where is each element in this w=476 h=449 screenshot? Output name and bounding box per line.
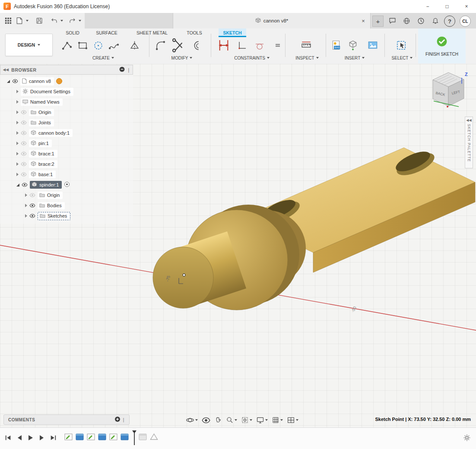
pan-icon[interactable] bbox=[214, 416, 222, 424]
browser-item-origin[interactable]: Origin bbox=[0, 107, 54, 117]
constraints-group-label[interactable]: CONSTRAINTS bbox=[228, 54, 276, 61]
timeline-extrude-feature[interactable] bbox=[98, 433, 107, 441]
job-status-clock-icon[interactable] bbox=[416, 16, 426, 25]
tab-sheet-metal[interactable]: SHEET METAL bbox=[132, 28, 172, 37]
collapse-browser-icon[interactable]: ◀◀ bbox=[3, 68, 9, 72]
browser-item-cannon-body[interactable]: cannon body:1 bbox=[0, 128, 73, 138]
expand-palette-icon[interactable]: ◀◀ bbox=[466, 119, 471, 122]
timeline-step-forward-button[interactable] bbox=[37, 433, 47, 443]
add-comment-icon[interactable] bbox=[114, 416, 121, 423]
browser-item-brace1[interactable]: brace:1 bbox=[0, 149, 57, 159]
hide-display-bar-icon[interactable] bbox=[119, 66, 125, 73]
redo-caret-icon[interactable] bbox=[79, 20, 81, 22]
timeline-settings-gear-icon[interactable] bbox=[462, 433, 472, 443]
insert-svg-icon[interactable]: SVG bbox=[330, 39, 343, 52]
expand-arrow-icon[interactable] bbox=[16, 162, 19, 166]
sketch-point[interactable] bbox=[183, 274, 185, 276]
expand-arrow-icon[interactable] bbox=[16, 173, 19, 176]
sketch-palette-tab[interactable]: ◀◀ SKETCH PALETTE bbox=[465, 117, 473, 168]
mirror-tool-icon[interactable] bbox=[128, 39, 141, 52]
document-status-badge[interactable] bbox=[56, 78, 62, 84]
browser-item-named-views[interactable]: Named Views bbox=[0, 97, 63, 107]
tab-sketch[interactable]: SKETCH bbox=[219, 28, 246, 37]
display-caret-icon[interactable] bbox=[265, 419, 268, 421]
zoom-caret-icon[interactable] bbox=[235, 419, 237, 421]
select-window-icon[interactable] bbox=[395, 39, 408, 52]
expand-arrow-icon[interactable] bbox=[25, 214, 27, 218]
timeline-rolled-back-feature[interactable] bbox=[138, 433, 147, 441]
orbit-icon[interactable] bbox=[186, 416, 198, 424]
activate-component-radio[interactable] bbox=[64, 181, 70, 188]
offset-tool-icon[interactable] bbox=[190, 39, 203, 52]
eye-hidden-icon[interactable] bbox=[29, 193, 35, 197]
timeline-sketch-feature[interactable] bbox=[64, 433, 73, 441]
browser-item-root[interactable]: cannon v8 bbox=[0, 76, 62, 86]
inspect-group-label[interactable]: INSPECT bbox=[289, 54, 326, 61]
timeline-play-button[interactable] bbox=[26, 433, 35, 443]
modify-group-label[interactable]: MODIFY bbox=[163, 54, 200, 61]
comments-grip[interactable]: ∣ bbox=[123, 417, 125, 422]
tab-solid[interactable]: SOLID bbox=[63, 28, 82, 37]
eye-hidden-icon[interactable] bbox=[21, 152, 27, 156]
browser-item-brace2[interactable]: brace:2 bbox=[0, 159, 57, 169]
browser-item-spinder[interactable]: spinder:1 bbox=[0, 180, 70, 190]
zoom-icon[interactable] bbox=[226, 416, 237, 424]
circle-tool-icon[interactable] bbox=[92, 39, 105, 52]
insert-group-label[interactable]: INSERT bbox=[336, 54, 373, 61]
timeline-position-marker[interactable] bbox=[132, 430, 136, 445]
account-avatar[interactable]: CL bbox=[460, 16, 471, 27]
display-settings-icon[interactable] bbox=[256, 417, 268, 424]
grid-caret-icon[interactable] bbox=[280, 419, 283, 421]
expand-arrow-icon[interactable] bbox=[16, 121, 19, 124]
document-tab-close-icon[interactable]: × bbox=[359, 16, 368, 25]
expand-arrow-icon[interactable] bbox=[25, 204, 27, 207]
save-icon[interactable] bbox=[35, 16, 44, 25]
grid-settings-icon[interactable] bbox=[272, 416, 283, 424]
expand-arrow-icon[interactable] bbox=[16, 142, 19, 145]
expand-arrow-icon[interactable] bbox=[16, 152, 19, 155]
view-cube[interactable]: BACK LEFT Z bbox=[433, 72, 468, 108]
tangent-constraint-icon[interactable] bbox=[253, 39, 266, 52]
help-icon[interactable]: ? bbox=[444, 16, 455, 27]
eye-hidden-icon[interactable] bbox=[21, 162, 27, 166]
eye-visible-icon[interactable] bbox=[29, 203, 35, 208]
orbit-caret-icon[interactable] bbox=[195, 419, 198, 421]
expand-arrow-icon[interactable] bbox=[25, 193, 27, 197]
expand-arrow-icon[interactable] bbox=[16, 100, 19, 104]
fillet-tool-icon[interactable] bbox=[154, 39, 167, 52]
comments-panel-icon[interactable] bbox=[387, 16, 397, 25]
redo-icon[interactable] bbox=[67, 16, 77, 25]
expand-arrow-icon[interactable] bbox=[7, 80, 10, 83]
web-browser-icon[interactable] bbox=[401, 16, 412, 25]
browser-item-pin[interactable]: pin:1 bbox=[0, 138, 52, 149]
browser-item-spinder-origin[interactable]: Origin bbox=[0, 190, 63, 200]
eye-hidden-icon[interactable] bbox=[21, 172, 27, 177]
maximize-button[interactable]: □ bbox=[438, 0, 457, 13]
browser-item-base[interactable]: base:1 bbox=[0, 169, 56, 180]
horizontal-vertical-constraint-icon[interactable] bbox=[236, 39, 249, 52]
equal-constraint-icon[interactable] bbox=[271, 39, 284, 52]
document-tab[interactable]: cannon v8* × bbox=[173, 13, 371, 28]
eye-visible-icon[interactable] bbox=[29, 214, 35, 218]
viewports-icon[interactable] bbox=[287, 417, 298, 424]
look-at-icon[interactable] bbox=[202, 417, 210, 424]
notifications-bell-icon[interactable] bbox=[430, 16, 441, 25]
measure-icon[interactable] bbox=[300, 39, 313, 52]
eye-hidden-icon[interactable] bbox=[21, 110, 27, 114]
eye-hidden-icon[interactable] bbox=[21, 120, 27, 125]
browser-grip[interactable]: ∣ bbox=[127, 67, 130, 73]
expand-arrow-icon[interactable] bbox=[16, 111, 19, 114]
file-menu-caret-icon[interactable] bbox=[26, 20, 29, 22]
expand-arrow-icon[interactable] bbox=[16, 90, 19, 93]
insert-canvas-icon[interactable] bbox=[366, 39, 379, 52]
app-grid-menu-icon[interactable] bbox=[3, 16, 13, 25]
timeline-rolled-back-mirror-feature[interactable] bbox=[149, 433, 159, 441]
insert-mesh-icon[interactable] bbox=[346, 39, 359, 52]
tab-surface[interactable]: SURFACE bbox=[92, 28, 121, 37]
browser-header[interactable]: ◀◀ BROWSER ∣ bbox=[0, 65, 133, 75]
viewports-caret-icon[interactable] bbox=[296, 419, 298, 421]
expand-arrow-icon[interactable] bbox=[16, 183, 19, 187]
eye-hidden-icon[interactable] bbox=[21, 131, 27, 135]
trim-tool-icon[interactable] bbox=[170, 37, 187, 54]
workspace-selector[interactable]: DESIGN bbox=[5, 34, 53, 56]
